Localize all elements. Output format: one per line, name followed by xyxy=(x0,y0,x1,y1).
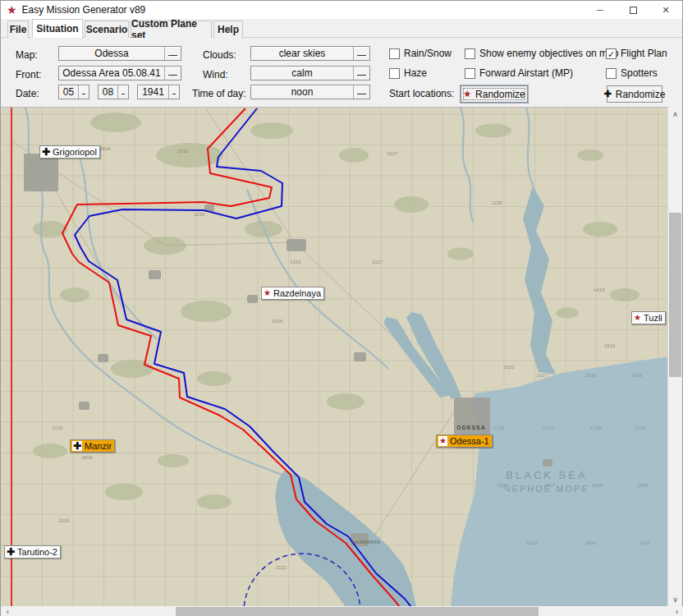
map-drawing: 0914101310171118121613161317141915161519… xyxy=(1,108,669,606)
checkbox-icon: ✓ xyxy=(606,48,617,59)
randomize-soviet-button[interactable]: ★ Randomize xyxy=(461,85,528,103)
tab-bar: File Situation Scenario Custom Plane set… xyxy=(1,19,682,38)
spotters-checkbox[interactable]: Spotters xyxy=(606,67,658,79)
checkbox-icon xyxy=(465,68,475,79)
clouds-select[interactable]: clear skies xyxy=(250,46,370,61)
haze-checkbox[interactable]: Haze xyxy=(389,67,427,79)
tab-help[interactable]: Help xyxy=(213,21,243,38)
svg-text:2019: 2019 xyxy=(58,518,70,523)
wind-select[interactable]: calm xyxy=(250,66,370,80)
svg-text:1216: 1216 xyxy=(194,212,205,217)
wind-label: Wind: xyxy=(203,69,228,80)
scroll-down-icon[interactable]: ∨ xyxy=(668,592,682,606)
svg-text:1013: 1013 xyxy=(177,149,189,154)
horizontal-scroll-thumb[interactable] xyxy=(176,607,539,616)
dropdown-icon xyxy=(78,85,89,99)
app-red-star-icon: ★ xyxy=(7,1,17,19)
date-label: Date: xyxy=(16,88,39,99)
scroll-up-icon[interactable]: ∧ xyxy=(668,107,682,121)
red-star-icon: ★ xyxy=(463,89,471,99)
dropdown-icon xyxy=(168,85,179,99)
svg-text:1317: 1317 xyxy=(372,260,383,264)
front-select[interactable]: Odessa Area 05.08.41 xyxy=(58,66,181,80)
svg-text:1729: 1729 xyxy=(635,425,646,430)
tab-situation[interactable]: Situation xyxy=(32,19,83,38)
date-year-select[interactable]: 1941 xyxy=(137,85,180,99)
date-day-select[interactable]: 05 xyxy=(58,85,89,99)
maximize-icon xyxy=(630,7,637,14)
minimize-button[interactable]: ─ xyxy=(584,1,617,19)
svg-text:1419: 1419 xyxy=(594,287,605,292)
checkbox-icon xyxy=(465,48,475,59)
front-label: Front: xyxy=(16,69,41,80)
marker-manzir[interactable]: ✚ Manzir xyxy=(70,439,115,453)
dropdown-icon xyxy=(353,85,369,99)
scroll-right-icon[interactable]: › xyxy=(670,606,683,616)
map-canvas[interactable]: 0914101310171118121613161317141915161519… xyxy=(1,107,669,606)
black-cross-icon: ✚ xyxy=(604,89,612,99)
svg-text:1929: 1929 xyxy=(585,540,597,545)
window-title: Easy Mission Generator v89 xyxy=(22,4,146,16)
time-of-day-select[interactable]: noon xyxy=(250,85,370,99)
dropdown-icon xyxy=(164,67,181,80)
situation-panel: Map: Odessa Front: Odessa Area 05.08.41 … xyxy=(1,38,682,107)
marker-razdelnaya[interactable]: ★ Razdelnaya xyxy=(261,287,324,300)
close-button[interactable]: ✕ xyxy=(649,1,682,19)
vertical-scrollbar[interactable]: ∧ ∨ xyxy=(667,107,682,606)
dropdown-icon xyxy=(164,47,181,60)
svg-text:1828: 1828 xyxy=(592,483,603,488)
dropdown-icon xyxy=(353,67,369,80)
date-month-select[interactable]: 08 xyxy=(98,85,129,99)
marker-odessa-1[interactable]: ★ Odessa-1 xyxy=(436,434,493,448)
marker-tuzli[interactable]: ★ Tuzli xyxy=(631,311,666,324)
dropdown-icon xyxy=(353,47,369,60)
black-cross-icon: ✚ xyxy=(72,441,82,451)
svg-text:1623: 1623 xyxy=(503,365,515,370)
title-bar: ★ Easy Mission Generator v89 ─ ✕ xyxy=(1,1,682,19)
svg-text:1829: 1829 xyxy=(637,483,649,488)
dropdown-icon xyxy=(117,85,128,99)
checkbox-icon xyxy=(389,48,400,59)
forward-airstart-checkbox[interactable]: Forward Airstart (MP) xyxy=(465,67,573,79)
svg-text:1118: 1118 xyxy=(492,200,502,205)
svg-text:1627: 1627 xyxy=(536,373,548,378)
tab-custom-plane-set[interactable]: Custom Plane set xyxy=(131,21,212,38)
tab-file[interactable]: File xyxy=(7,21,29,38)
show-enemy-objectives-checkbox[interactable]: Show enemy objectives on map xyxy=(465,48,618,59)
app-window: ★ Easy Mission Generator v89 ─ ✕ File Si… xyxy=(0,0,683,616)
checkbox-icon xyxy=(606,68,617,79)
red-star-icon: ★ xyxy=(438,436,447,446)
svg-text:1728: 1728 xyxy=(590,425,602,430)
map-label: Map: xyxy=(16,49,38,61)
svg-text:1628: 1628 xyxy=(585,373,597,378)
marker-tarutino-2[interactable]: ✚ Tarutino-2 xyxy=(4,545,61,559)
rain-snow-checkbox[interactable]: Rain/Snow xyxy=(389,48,452,59)
svg-text:1928: 1928 xyxy=(526,540,538,545)
svg-text:2121: 2121 xyxy=(276,565,287,570)
svg-text:1017: 1017 xyxy=(387,151,398,156)
vertical-scroll-thumb[interactable] xyxy=(669,213,681,377)
maximize-button[interactable] xyxy=(617,1,649,19)
svg-text:1819: 1819 xyxy=(81,455,93,460)
scroll-left-icon[interactable]: ‹ xyxy=(1,606,15,616)
flight-plan-checkbox[interactable]: ✓ Flight Plan xyxy=(606,48,667,59)
marker-grigoriopol[interactable]: ✚ Grigoriopol xyxy=(39,145,100,159)
clouds-label: Clouds: xyxy=(203,49,236,61)
map-select[interactable]: Odessa xyxy=(58,46,181,61)
svg-text:0914: 0914 xyxy=(99,146,111,151)
tab-scenario[interactable]: Scenario xyxy=(85,21,129,38)
svg-text:1725: 1725 xyxy=(493,425,505,430)
black-cross-icon: ✚ xyxy=(7,546,15,558)
red-star-icon: ★ xyxy=(264,287,271,299)
svg-text:1930: 1930 xyxy=(639,540,651,545)
svg-text:1629: 1629 xyxy=(631,373,643,378)
randomize-axis-button[interactable]: ✚ Randomize xyxy=(607,85,662,103)
red-star-icon: ★ xyxy=(634,312,641,324)
checkbox-icon xyxy=(389,68,400,79)
black-cross-icon: ✚ xyxy=(42,146,50,158)
svg-text:1316: 1316 xyxy=(290,260,301,264)
horizontal-scrollbar[interactable]: ‹ › xyxy=(1,606,683,616)
time-of-day-label: Time of day: xyxy=(192,88,246,99)
start-locations-label: Start locations: xyxy=(389,88,454,99)
svg-text:1516: 1516 xyxy=(272,319,283,324)
